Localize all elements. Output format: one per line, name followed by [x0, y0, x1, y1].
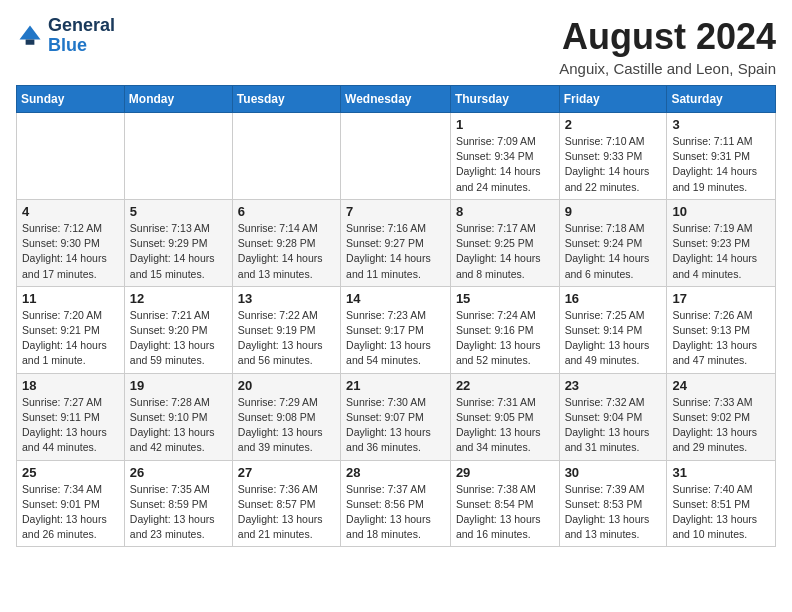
day-info: Sunrise: 7:14 AM Sunset: 9:28 PM Dayligh… — [238, 221, 335, 282]
calendar-cell: 2Sunrise: 7:10 AM Sunset: 9:33 PM Daylig… — [559, 113, 667, 200]
day-info: Sunrise: 7:16 AM Sunset: 9:27 PM Dayligh… — [346, 221, 445, 282]
calendar-cell: 10Sunrise: 7:19 AM Sunset: 9:23 PM Dayli… — [667, 199, 776, 286]
calendar-cell: 6Sunrise: 7:14 AM Sunset: 9:28 PM Daylig… — [232, 199, 340, 286]
calendar-cell: 20Sunrise: 7:29 AM Sunset: 9:08 PM Dayli… — [232, 373, 340, 460]
calendar-week-row: 4Sunrise: 7:12 AM Sunset: 9:30 PM Daylig… — [17, 199, 776, 286]
day-info: Sunrise: 7:19 AM Sunset: 9:23 PM Dayligh… — [672, 221, 770, 282]
calendar-cell: 30Sunrise: 7:39 AM Sunset: 8:53 PM Dayli… — [559, 460, 667, 547]
day-info: Sunrise: 7:25 AM Sunset: 9:14 PM Dayligh… — [565, 308, 662, 369]
day-number: 29 — [456, 465, 554, 480]
calendar-week-row: 18Sunrise: 7:27 AM Sunset: 9:11 PM Dayli… — [17, 373, 776, 460]
day-number: 25 — [22, 465, 119, 480]
day-number: 1 — [456, 117, 554, 132]
logo-text: General Blue — [48, 16, 115, 56]
day-info: Sunrise: 7:21 AM Sunset: 9:20 PM Dayligh… — [130, 308, 227, 369]
day-number: 14 — [346, 291, 445, 306]
day-info: Sunrise: 7:34 AM Sunset: 9:01 PM Dayligh… — [22, 482, 119, 543]
day-number: 31 — [672, 465, 770, 480]
month-title: August 2024 — [559, 16, 776, 58]
calendar-cell — [17, 113, 125, 200]
calendar-cell: 5Sunrise: 7:13 AM Sunset: 9:29 PM Daylig… — [124, 199, 232, 286]
day-info: Sunrise: 7:35 AM Sunset: 8:59 PM Dayligh… — [130, 482, 227, 543]
calendar-cell: 21Sunrise: 7:30 AM Sunset: 9:07 PM Dayli… — [341, 373, 451, 460]
day-info: Sunrise: 7:28 AM Sunset: 9:10 PM Dayligh… — [130, 395, 227, 456]
calendar-cell: 28Sunrise: 7:37 AM Sunset: 8:56 PM Dayli… — [341, 460, 451, 547]
calendar-cell: 24Sunrise: 7:33 AM Sunset: 9:02 PM Dayli… — [667, 373, 776, 460]
day-info: Sunrise: 7:18 AM Sunset: 9:24 PM Dayligh… — [565, 221, 662, 282]
weekday-header: Saturday — [667, 86, 776, 113]
calendar-cell: 23Sunrise: 7:32 AM Sunset: 9:04 PM Dayli… — [559, 373, 667, 460]
day-info: Sunrise: 7:17 AM Sunset: 9:25 PM Dayligh… — [456, 221, 554, 282]
calendar-cell: 15Sunrise: 7:24 AM Sunset: 9:16 PM Dayli… — [450, 286, 559, 373]
calendar-cell: 3Sunrise: 7:11 AM Sunset: 9:31 PM Daylig… — [667, 113, 776, 200]
day-info: Sunrise: 7:29 AM Sunset: 9:08 PM Dayligh… — [238, 395, 335, 456]
day-info: Sunrise: 7:13 AM Sunset: 9:29 PM Dayligh… — [130, 221, 227, 282]
day-number: 18 — [22, 378, 119, 393]
day-number: 8 — [456, 204, 554, 219]
day-info: Sunrise: 7:40 AM Sunset: 8:51 PM Dayligh… — [672, 482, 770, 543]
calendar-cell: 7Sunrise: 7:16 AM Sunset: 9:27 PM Daylig… — [341, 199, 451, 286]
weekday-header: Monday — [124, 86, 232, 113]
weekday-header: Thursday — [450, 86, 559, 113]
day-info: Sunrise: 7:37 AM Sunset: 8:56 PM Dayligh… — [346, 482, 445, 543]
day-info: Sunrise: 7:36 AM Sunset: 8:57 PM Dayligh… — [238, 482, 335, 543]
day-number: 9 — [565, 204, 662, 219]
calendar-week-row: 1Sunrise: 7:09 AM Sunset: 9:34 PM Daylig… — [17, 113, 776, 200]
day-info: Sunrise: 7:20 AM Sunset: 9:21 PM Dayligh… — [22, 308, 119, 369]
day-info: Sunrise: 7:39 AM Sunset: 8:53 PM Dayligh… — [565, 482, 662, 543]
day-info: Sunrise: 7:33 AM Sunset: 9:02 PM Dayligh… — [672, 395, 770, 456]
day-number: 22 — [456, 378, 554, 393]
day-number: 30 — [565, 465, 662, 480]
day-number: 3 — [672, 117, 770, 132]
day-number: 2 — [565, 117, 662, 132]
day-number: 19 — [130, 378, 227, 393]
page-header: General Blue August 2024 Anguix, Castill… — [16, 16, 776, 77]
day-info: Sunrise: 7:11 AM Sunset: 9:31 PM Dayligh… — [672, 134, 770, 195]
calendar-cell — [232, 113, 340, 200]
calendar-cell — [124, 113, 232, 200]
day-number: 28 — [346, 465, 445, 480]
day-info: Sunrise: 7:22 AM Sunset: 9:19 PM Dayligh… — [238, 308, 335, 369]
logo-icon — [16, 22, 44, 50]
calendar-cell: 4Sunrise: 7:12 AM Sunset: 9:30 PM Daylig… — [17, 199, 125, 286]
svg-marker-0 — [20, 25, 41, 39]
day-info: Sunrise: 7:30 AM Sunset: 9:07 PM Dayligh… — [346, 395, 445, 456]
day-info: Sunrise: 7:32 AM Sunset: 9:04 PM Dayligh… — [565, 395, 662, 456]
day-info: Sunrise: 7:31 AM Sunset: 9:05 PM Dayligh… — [456, 395, 554, 456]
calendar-week-row: 25Sunrise: 7:34 AM Sunset: 9:01 PM Dayli… — [17, 460, 776, 547]
calendar-cell: 9Sunrise: 7:18 AM Sunset: 9:24 PM Daylig… — [559, 199, 667, 286]
day-info: Sunrise: 7:24 AM Sunset: 9:16 PM Dayligh… — [456, 308, 554, 369]
logo: General Blue — [16, 16, 115, 56]
calendar-cell: 19Sunrise: 7:28 AM Sunset: 9:10 PM Dayli… — [124, 373, 232, 460]
day-number: 23 — [565, 378, 662, 393]
calendar-table: SundayMondayTuesdayWednesdayThursdayFrid… — [16, 85, 776, 547]
svg-rect-1 — [26, 39, 35, 44]
day-number: 10 — [672, 204, 770, 219]
weekday-header: Wednesday — [341, 86, 451, 113]
day-number: 20 — [238, 378, 335, 393]
calendar-cell: 22Sunrise: 7:31 AM Sunset: 9:05 PM Dayli… — [450, 373, 559, 460]
weekday-header: Friday — [559, 86, 667, 113]
day-info: Sunrise: 7:38 AM Sunset: 8:54 PM Dayligh… — [456, 482, 554, 543]
day-number: 4 — [22, 204, 119, 219]
day-number: 15 — [456, 291, 554, 306]
weekday-header: Tuesday — [232, 86, 340, 113]
day-number: 16 — [565, 291, 662, 306]
day-number: 17 — [672, 291, 770, 306]
day-number: 13 — [238, 291, 335, 306]
day-info: Sunrise: 7:10 AM Sunset: 9:33 PM Dayligh… — [565, 134, 662, 195]
day-number: 5 — [130, 204, 227, 219]
calendar-cell: 29Sunrise: 7:38 AM Sunset: 8:54 PM Dayli… — [450, 460, 559, 547]
calendar-cell — [341, 113, 451, 200]
calendar-cell: 8Sunrise: 7:17 AM Sunset: 9:25 PM Daylig… — [450, 199, 559, 286]
day-number: 27 — [238, 465, 335, 480]
day-number: 21 — [346, 378, 445, 393]
calendar-cell: 1Sunrise: 7:09 AM Sunset: 9:34 PM Daylig… — [450, 113, 559, 200]
calendar-cell: 14Sunrise: 7:23 AM Sunset: 9:17 PM Dayli… — [341, 286, 451, 373]
calendar-cell: 18Sunrise: 7:27 AM Sunset: 9:11 PM Dayli… — [17, 373, 125, 460]
title-block: August 2024 Anguix, Castille and Leon, S… — [559, 16, 776, 77]
weekday-header: Sunday — [17, 86, 125, 113]
day-number: 6 — [238, 204, 335, 219]
day-info: Sunrise: 7:26 AM Sunset: 9:13 PM Dayligh… — [672, 308, 770, 369]
day-number: 11 — [22, 291, 119, 306]
